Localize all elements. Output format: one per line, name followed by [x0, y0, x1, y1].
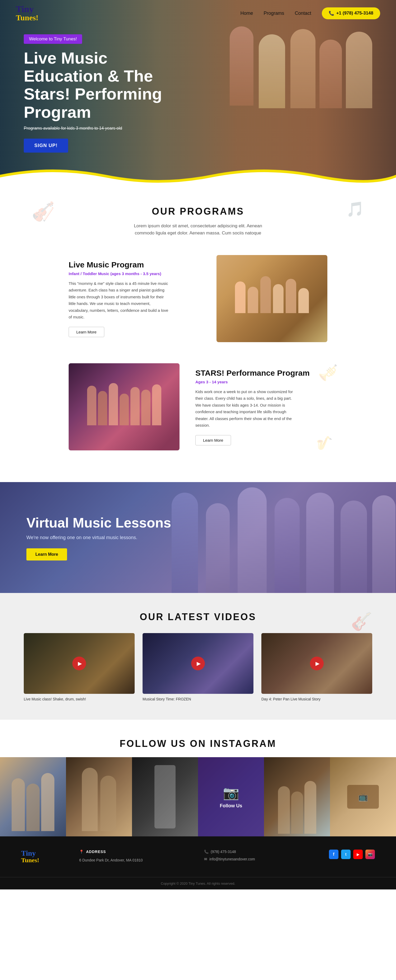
video-title-1: Live Music class! Shake, drum, swish!: [24, 697, 135, 701]
virtual-subtitle: We're now offering one on one virtual mu…: [26, 535, 171, 541]
logo: Tiny Tunes!: [16, 5, 38, 22]
hero-wave: [0, 164, 396, 185]
logo-text: Tiny: [16, 4, 33, 14]
phone-number: +1 (978) 475-3148: [336, 11, 373, 16]
instagram-icon[interactable]: 📷: [365, 850, 375, 859]
videos-grid: ▶ Live Music class! Shake, drum, swish! …: [0, 633, 396, 701]
deco-guitar-right: 🎸: [351, 611, 372, 632]
insta-item-3[interactable]: [132, 757, 198, 836]
stars-card: 🎺 🎷 STARS! Performance Program Ages 3 - …: [53, 363, 343, 450]
phone-icon-footer: 📞: [204, 850, 208, 854]
hero-section: Welcome to Tiny Tunes! Live Music Educat…: [0, 0, 396, 185]
play-icon-2: ▶: [197, 660, 200, 667]
play-button-3[interactable]: ▶: [310, 657, 324, 670]
footer-social-col: f t ▶ 📷: [329, 850, 375, 859]
insta-item-center[interactable]: 📷 Follow Us: [198, 757, 264, 836]
footer-logo: Tiny Tunes!: [21, 850, 64, 863]
location-icon: 📍: [79, 850, 84, 854]
play-button-1[interactable]: ▶: [72, 657, 86, 670]
stars-age: Ages 3 - 14 years: [196, 380, 328, 384]
instagram-label: FOLLOW US ON INSTAGRAM: [0, 738, 396, 749]
insta-item-1[interactable]: [0, 757, 66, 836]
navbar: Tiny Tunes! Home Programs Contact 📞 +1 (…: [0, 0, 396, 26]
deco-violin-left: 🎻: [32, 200, 55, 222]
live-music-img-bg: [216, 255, 328, 342]
stars-body: Kids work once a week to put on a show c…: [196, 388, 296, 429]
programs-section: 🎻 🎵 OUR PROGRAMS Lorem ipsum dolor sit a…: [0, 185, 396, 482]
video-thumb-1[interactable]: ▶: [24, 633, 135, 694]
video-thumb-3[interactable]: ▶: [261, 633, 372, 694]
video-card-3: ▶ Day 4: Peter Pan Live Musical Story: [261, 633, 372, 701]
insta-follow-overlay: 📷 Follow Us: [198, 757, 264, 836]
insta-item-5[interactable]: [264, 757, 330, 836]
video-title-2: Musical Story Time: FROZEN: [143, 697, 253, 701]
nav-contact[interactable]: Contact: [295, 11, 311, 16]
copyright-text: Copyright © 2020 Tiny Tunes. All rights …: [161, 881, 235, 886]
virtual-section: Virtual Music Lessons We're now offering…: [0, 482, 396, 593]
instagram-section: FOLLOW US ON INSTAGRAM: [0, 720, 396, 836]
live-music-text: Live Music Program Infant / Toddler Musi…: [68, 260, 200, 337]
insta-item-2[interactable]: [66, 757, 132, 836]
hero-title: Live Music Education & The Stars! Perfor…: [24, 49, 182, 121]
live-music-image: [216, 255, 328, 342]
footer-phone: 📞 (978) 475-3148: [204, 850, 313, 854]
virtual-content: Virtual Music Lessons We're now offering…: [0, 515, 197, 560]
play-button-2[interactable]: ▶: [191, 657, 205, 670]
footer: Tiny Tunes! 📍 ADDRESS 6 Dundee Park Dr, …: [0, 836, 396, 877]
nav-programs[interactable]: Programs: [264, 11, 284, 16]
phone-button[interactable]: 📞 +1 (978) 475-3148: [322, 7, 380, 19]
signup-button[interactable]: SIGN UP!: [24, 138, 68, 153]
virtual-title: Virtual Music Lessons: [26, 515, 171, 531]
stars-img-bg: [68, 363, 180, 450]
stars-image: [68, 363, 180, 450]
videos-label: OUR LATEST VIDEOS: [0, 611, 396, 622]
programs-label: OUR PROGRAMS: [0, 206, 396, 217]
deco-sax: 🎷: [316, 435, 332, 451]
play-icon-1: ▶: [78, 660, 82, 667]
welcome-badge: Welcome to Tiny Tunes!: [24, 34, 82, 44]
footer-address-label: 📍 ADDRESS: [79, 850, 188, 854]
facebook-icon[interactable]: f: [329, 850, 339, 859]
videos-section: 🎸 OUR LATEST VIDEOS ▶ Live Music class! …: [0, 593, 396, 720]
footer-contact-col: 📞 (978) 475-3148 ✉ info@tinytunesandover…: [204, 850, 313, 861]
deco-trumpet: 🎺: [318, 363, 338, 382]
phone-icon: 📞: [329, 11, 334, 16]
insta-follow-text: Follow Us: [220, 803, 242, 809]
nav-home[interactable]: Home: [240, 11, 253, 16]
programs-desc: Lorem ipsum dolor sit amet, consectetuer…: [132, 222, 264, 237]
stars-text: 🎺 🎷 STARS! Performance Program Ages 3 - …: [196, 369, 328, 445]
footer-address-text: 6 Dundee Park Dr, Andover, MA 01810: [79, 857, 188, 864]
twitter-icon[interactable]: t: [341, 850, 351, 859]
video-thumb-2[interactable]: ▶: [143, 633, 253, 694]
insta-camera-icon: 📷: [223, 785, 239, 800]
video-title-3: Day 4: Peter Pan Live Musical Story: [261, 697, 372, 701]
hero-subtitle: Programs available for kids 3 months to …: [24, 126, 143, 131]
footer-email: ✉ info@tinytunesandover.com: [204, 857, 313, 861]
live-music-card: Live Music Program Infant / Toddler Musi…: [53, 255, 343, 342]
youtube-icon[interactable]: ▶: [353, 850, 363, 859]
live-music-body: This "mommy & me" style class is a 45 mi…: [68, 280, 169, 320]
email-icon: ✉: [204, 857, 207, 861]
video-card-2: ▶ Musical Story Time: FROZEN: [143, 633, 253, 701]
social-icons: f t ▶ 📷: [329, 850, 375, 859]
footer-address-col: 📍 ADDRESS 6 Dundee Park Dr, Andover, MA …: [79, 850, 188, 864]
video-card-1: ▶ Live Music class! Shake, drum, swish!: [24, 633, 135, 701]
virtual-btn[interactable]: Learn More: [26, 548, 67, 560]
insta-item-6[interactable]: 📺: [330, 757, 396, 836]
instagram-grid: 📷 Follow Us 📺: [0, 757, 396, 836]
live-music-title: Live Music Program: [68, 260, 200, 269]
live-music-age: Infant / Toddler Music (ages 3 months - …: [68, 271, 200, 276]
live-music-learn-btn[interactable]: Learn More: [68, 327, 104, 337]
play-icon-3: ▶: [315, 660, 320, 667]
footer-bottom: Copyright © 2020 Tiny Tunes. All rights …: [0, 877, 396, 889]
stars-learn-btn[interactable]: Learn More: [196, 435, 231, 445]
logo-sub: Tunes!: [16, 13, 38, 22]
nav-links: Home Programs Contact 📞 +1 (978) 475-314…: [240, 7, 380, 19]
stars-title: STARS! Performance Program: [196, 369, 328, 377]
deco-notes-right: 🎵: [346, 200, 364, 218]
